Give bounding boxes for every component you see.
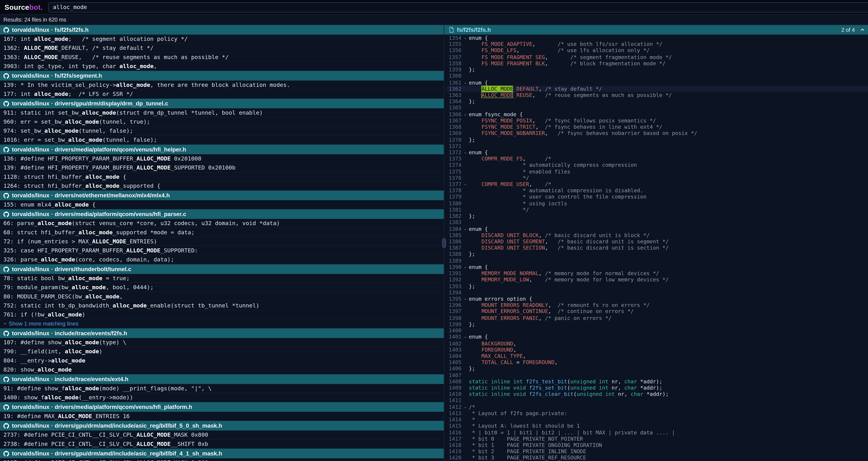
fold-gutter — [461, 289, 469, 295]
fold-chevron-icon[interactable] — [461, 79, 469, 86]
match-line[interactable]: 820: show_alloc_mode — [0, 365, 444, 374]
match-line[interactable]: 761: if (!bw_alloc_mode) — [0, 310, 444, 319]
app-root: Sourcebot. ⚙ Results: 24 files in 620 ms… — [0, 0, 868, 461]
match-line[interactable]: 107: #define show_alloc_mode(type) \ — [0, 338, 444, 347]
code-token: /* — [545, 181, 551, 187]
result-file-header[interactable]: torvalds/linux · drivers/gpu/drm/amd/inc… — [0, 449, 444, 458]
code-text: _SUPPORTED 0x20100b — [170, 165, 236, 171]
fold-chevron-icon[interactable] — [461, 404, 469, 410]
result-file-header[interactable]: torvalds/linux · drivers/media/platform/… — [0, 402, 444, 412]
match-line[interactable]: 1362: ALLOC_MODE_DEFAULT, /* stay defaul… — [0, 44, 444, 53]
fold-chevron-icon[interactable] — [461, 111, 469, 117]
result-file-title: torvalds/linux · include/trace/events/f2… — [12, 330, 127, 336]
code-token: nr, — [609, 378, 624, 384]
fold-chevron-icon[interactable] — [461, 334, 469, 340]
match-line[interactable]: 66: parse_alloc_mode(struct venus_core *… — [0, 219, 444, 228]
result-file-title: torvalds/linux · drivers/gpu/drm/display… — [12, 100, 168, 107]
editor-line: 1367 FSYNC_MODE_POSIX, /* fsync follows … — [447, 117, 868, 124]
results-summary: Results: 24 files in 620 ms — [0, 15, 868, 25]
result-file-header[interactable]: torvalds/linux · fs/f2fs/segment.h — [0, 71, 444, 81]
code-editor[interactable]: 1354enum {1355 FS_MODE_ADAPTIVE, /* use … — [444, 34, 868, 461]
fold-gutter — [461, 455, 469, 461]
match-line[interactable]: 1016: err = set_bw_alloc_mode(tunnel, fa… — [0, 136, 444, 145]
code-text: 79: module_param(bw_ — [3, 284, 72, 290]
match-line[interactable]: 91: #define show_falloc_mode(mode) __pri… — [0, 384, 444, 393]
line-number: 1378 — [447, 187, 461, 194]
code-token: MOUNT_ERRORS_CONTINUE — [482, 308, 548, 314]
match-line[interactable]: 136: #define HFI_PROPERTY_PARAM_BUFFER_A… — [0, 154, 444, 163]
match-line[interactable]: 79: module_param(bw_alloc_mode, bool, 04… — [0, 283, 444, 292]
match-line[interactable]: 325: case HFI_PROPERTY_PARAM_BUFFER_ALLO… — [0, 246, 444, 255]
fold-chevron-icon[interactable] — [461, 226, 469, 232]
code-token: _DEFAULT — [513, 85, 538, 92]
result-group: torvalds/linux · fs/f2fs/segment.h139: *… — [0, 71, 444, 99]
match-line[interactable]: 177: int alloc_mode; /* LFS or SSR */ — [0, 90, 444, 99]
code-token — [469, 276, 482, 283]
code-text: 139: * In the victim_sel_policy-> — [3, 82, 116, 88]
github-icon — [3, 73, 9, 79]
fold-chevron-icon[interactable] — [461, 34, 469, 41]
line-number: 1408 — [447, 378, 461, 384]
match-line[interactable]: 68: struct hfi_buffer_alloc_mode_support… — [0, 228, 444, 237]
code-text — [469, 372, 868, 378]
match-line[interactable]: 80: MODULE_PARM_DESC(bw_alloc_mode, — [0, 292, 444, 301]
match-line[interactable]: 911: static int set_bw_alloc_mode(struct… — [0, 108, 444, 117]
match-line[interactable]: 139: #define HFI_PROPERTY_PARAM_BUFFER_A… — [0, 163, 444, 172]
result-file-header[interactable]: torvalds/linux · include/trace/events/f2… — [0, 328, 444, 338]
github-icon — [3, 27, 9, 33]
match-line[interactable]: 790: __field(int, alloc_mode) — [0, 347, 444, 356]
match-line[interactable]: 1128: struct hfi_buffer_alloc_mode { — [0, 172, 444, 181]
fold-chevron-icon[interactable] — [461, 149, 469, 156]
fold-gutter — [461, 308, 469, 315]
code-text: MOUNT_ERRORS_READONLY, /* remount fs ro … — [469, 302, 868, 308]
match-line[interactable]: 960: err = set_bw_alloc_mode(tunnel, tru… — [0, 117, 444, 126]
code-token — [469, 308, 482, 314]
match-line[interactable]: 19: #define MAX_ALLOC_MODE_ENTRIES 16 — [0, 412, 444, 421]
code-text: (struct drm_dp_tunnel *tunnel, bool enab… — [116, 109, 262, 116]
match-line[interactable]: 78: static bool bw_alloc_mode = true; — [0, 274, 444, 283]
search-input[interactable] — [49, 2, 868, 12]
result-file-header[interactable]: torvalds/linux · drivers/gpu/drm/amd/inc… — [0, 421, 444, 431]
code-token: char — [624, 384, 637, 391]
code-text: MAX_CALL_TYPE, — [469, 353, 868, 359]
result-file-header[interactable]: torvalds/linux · include/trace/events/ex… — [0, 374, 444, 384]
fold-chevron-icon[interactable] — [461, 295, 469, 302]
match-line[interactable]: 167: int alloc_mode; /* segment allocati… — [0, 34, 444, 44]
result-file-title: torvalds/linux · drivers/gpu/drm/amd/inc… — [12, 451, 222, 457]
match-highlight: alloc_mode — [85, 293, 119, 299]
result-file-header[interactable]: torvalds/linux · drivers/gpu/drm/display… — [0, 99, 444, 108]
match-line[interactable]: 1264: struct hfi_buffer_alloc_mode_suppo… — [0, 181, 444, 191]
fold-chevron-icon[interactable] — [461, 181, 469, 188]
match-line[interactable]: 1400: show_falloc_mode(__entry->mode)) — [0, 393, 444, 402]
match-line[interactable]: 2217: #define PCIE_CI_CNTL__CI_SLV_CPL_A… — [0, 458, 444, 461]
prev-match-button[interactable] — [860, 27, 865, 32]
line-number: 1361 — [447, 79, 461, 86]
editor-line: 1405 TOTAL_CALL = FOREGROUND, — [447, 359, 868, 366]
match-line[interactable]: 752: static int tb_dp_bandwidth_alloc_mo… — [0, 301, 444, 310]
code-text: , bool, 0444); — [106, 284, 153, 290]
match-line[interactable]: 804: __entry->alloc_mode — [0, 356, 444, 365]
match-line[interactable]: 974: set_bw_alloc_mode(tunnel, false); — [0, 126, 444, 136]
result-file-header[interactable]: torvalds/linux · drivers/thunderbolt/tun… — [0, 264, 444, 274]
result-file-header[interactable]: torvalds/linux · drivers/net/ethernet/me… — [0, 191, 444, 200]
code-token: , — [545, 54, 570, 60]
code-token: nr, — [609, 384, 624, 391]
match-line[interactable]: 3903: int gc_type, int type, char alloc_… — [0, 62, 444, 71]
match-line[interactable]: 2737: #define PCIE_CI_CNTL__CI_SLV_CPL_A… — [0, 430, 444, 439]
code-token: *addr); — [637, 384, 662, 391]
match-line[interactable]: 1363: ALLOC_MODE_REUSE, /* reuse segment… — [0, 53, 444, 62]
result-file-header[interactable]: torvalds/linux · drivers/media/platform/… — [0, 145, 444, 154]
line-number: 1362 — [447, 85, 461, 92]
result-file-header[interactable]: torvalds/linux · fs/f2fs/f2fs.h — [0, 25, 444, 35]
match-line[interactable]: 139: * In the victim_sel_policy->alloc_m… — [0, 81, 444, 90]
logo[interactable]: Sourcebot. — [4, 3, 43, 11]
match-line[interactable]: 72: if (num_entries > MAX_ALLOC_MODE_ENT… — [0, 237, 444, 246]
show-more-link[interactable]: Show 1 more matching lines — [0, 319, 444, 328]
match-line[interactable]: 2738: #define PCIE_CI_CNTL__CI_SLV_CPL_A… — [0, 440, 444, 449]
match-line[interactable]: 326: parse_alloc_mode(core, codecs, doma… — [0, 255, 444, 264]
match-line[interactable]: 155: enum mlx4_alloc_mode { — [0, 200, 444, 209]
panel-resize-handle[interactable] — [442, 238, 446, 248]
fold-chevron-icon[interactable] — [461, 264, 469, 270]
line-number: 1416 — [447, 429, 461, 435]
result-file-header[interactable]: torvalds/linux · drivers/media/platform/… — [0, 209, 444, 219]
